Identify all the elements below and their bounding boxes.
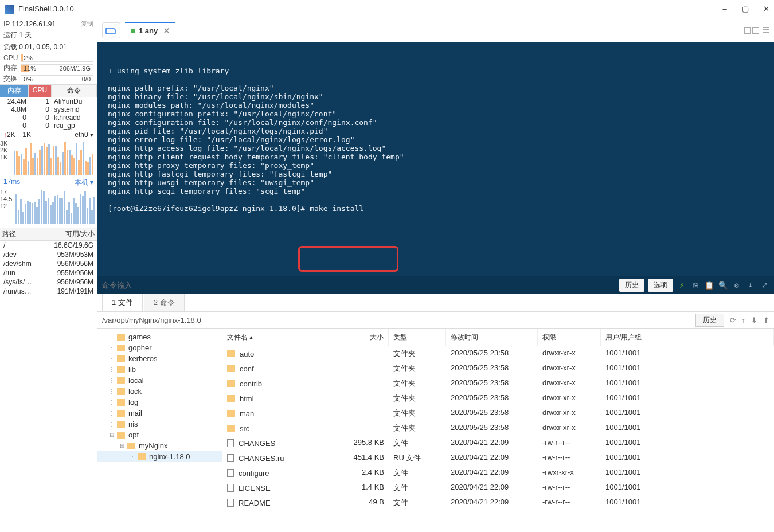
file-icon xyxy=(227,454,234,462)
process-row[interactable]: 00kthreadd xyxy=(0,114,97,122)
folder-icon xyxy=(117,355,125,362)
terminal[interactable]: + using system zlib library nginx path p… xyxy=(97,42,774,294)
file-row[interactable]: conf文件夹2020/05/25 23:58drwxr-xr-x1001/10… xyxy=(222,361,774,376)
disk-row[interactable]: /run/us…191M/191M xyxy=(0,287,97,296)
file-list-header[interactable]: 文件名 ▴ 大小 类型 修改时间 权限 用户/用户组 xyxy=(222,329,774,346)
sidebar: IP 112.126.61.91 复制 运行 1 天 负载 0.01, 0.05… xyxy=(0,18,97,532)
download-icon[interactable]: ⬇ xyxy=(745,281,756,290)
net-row: ↑2K ↓1K eth0 ▾ xyxy=(0,130,97,140)
folder-icon xyxy=(117,421,125,428)
terminal-output: + using system zlib library nginx path p… xyxy=(108,66,764,213)
disk-list: /16.6G/19.6G/dev953M/953M/dev/shm956M/95… xyxy=(0,241,97,296)
process-header: 内存 CPU 命令 xyxy=(0,84,97,97)
copy-ip-button[interactable]: 复制 xyxy=(81,19,93,28)
file-row[interactable]: auto文件夹2020/05/25 23:58drwxr-xr-x1001/10… xyxy=(222,346,774,361)
file-browser: ⋮games⋮gopher⋮kerberos⋮lib⋮local⋮lock⋮lo… xyxy=(97,329,774,532)
folder-icon xyxy=(227,380,235,387)
folder-icon xyxy=(117,432,125,439)
tree-item[interactable]: ⋮nis xyxy=(97,418,222,429)
paste-icon[interactable]: 📋 xyxy=(704,281,714,290)
home-icon[interactable] xyxy=(102,22,120,38)
disk-row[interactable]: /run955M/956M xyxy=(0,268,97,277)
folder-icon xyxy=(117,334,125,341)
disk-row[interactable]: /dev/shm956M/956M xyxy=(0,259,97,268)
close-button[interactable]: ✕ xyxy=(763,6,769,13)
load-row: 负载 0.01, 0.05, 0.01 xyxy=(0,41,97,53)
folder-icon xyxy=(227,365,235,372)
cpu-stat: CPU 2% xyxy=(0,53,97,62)
file-row[interactable]: contrib文件夹2020/05/25 23:58drwxr-xr-x1001… xyxy=(222,376,774,391)
file-row[interactable]: CHANGES.ru451.4 KBRU 文件2020/04/21 22:09-… xyxy=(222,451,774,466)
file-row[interactable]: man文件夹2020/05/25 23:58drwxr-xr-x1001/100… xyxy=(222,406,774,421)
disk-row[interactable]: /16.6G/19.6G xyxy=(0,241,97,250)
tree-item[interactable]: ⋮kerberos xyxy=(97,353,222,364)
file-icon xyxy=(227,499,234,507)
swap-stat: 交换 0%0/0 xyxy=(0,73,97,84)
tree-item[interactable]: ⊟myNginx xyxy=(97,440,222,451)
folder-icon xyxy=(117,377,125,384)
download-file-icon[interactable]: ⬇ xyxy=(751,316,757,324)
tree-item[interactable]: ⋮lock xyxy=(97,386,222,397)
window-controls: – ▢ ✕ xyxy=(721,6,769,13)
tab-commands[interactable]: 2 命令 xyxy=(144,294,185,311)
file-row[interactable]: configure2.4 KB文件2020/04/21 22:09-rwxr-x… xyxy=(222,466,774,480)
disk-header: 路径 可用/大小 xyxy=(0,228,97,241)
upload-icon[interactable]: ↑ xyxy=(742,316,746,324)
process-row[interactable]: 4.8M0systemd xyxy=(0,105,97,114)
bottom-tabs: 1 文件 2 命令 xyxy=(97,294,774,312)
file-row[interactable]: CHANGES295.8 KB文件2020/04/21 22:09-rw-r--… xyxy=(222,436,774,451)
gear-icon[interactable]: ⚙ xyxy=(732,281,742,290)
path-row: /var/opt/myNginx/nginx-1.18.0 历史 ⟳ ↑ ⬇ ⬆ xyxy=(97,312,774,329)
folder-icon xyxy=(117,410,125,417)
content: 1 any ✕ + using system zlib library ngin… xyxy=(97,18,774,532)
mem-stat: 内存 11%206M/1.9G xyxy=(0,62,97,73)
tree-item[interactable]: ⋮lib xyxy=(97,364,222,375)
disk-row[interactable]: /sys/fs/…956M/956M xyxy=(0,277,97,287)
folder-icon xyxy=(117,366,125,373)
tree-item[interactable]: ⋮mail xyxy=(97,408,222,418)
search-icon[interactable]: 🔍 xyxy=(718,281,728,290)
path-display[interactable]: /var/opt/myNginx/nginx-1.18.0 xyxy=(102,316,695,324)
ping-row: 17ms 本机 ▾ xyxy=(0,177,97,189)
tree-item[interactable]: ⋮games xyxy=(97,331,222,342)
bolt-icon[interactable]: ⚡ xyxy=(677,281,687,290)
tree-item[interactable]: ⋮nginx-1.18.0 xyxy=(97,451,222,462)
tree-item[interactable]: ⋮local xyxy=(97,375,222,386)
refresh-icon[interactable]: ⟳ xyxy=(730,316,736,324)
tab-session[interactable]: 1 any ✕ xyxy=(125,22,175,38)
titlebar: FinalShell 3.0.10 – ▢ ✕ xyxy=(0,0,774,18)
folder-icon xyxy=(227,395,235,402)
upload-file-icon[interactable]: ⬆ xyxy=(763,316,769,324)
folder-tree[interactable]: ⋮games⋮gopher⋮kerberos⋮lib⋮local⋮lock⋮lo… xyxy=(97,329,222,532)
expand-icon[interactable]: ⤢ xyxy=(759,281,769,290)
process-row[interactable]: 00rcu_gp xyxy=(0,122,97,130)
disk-row[interactable]: /dev953M/953M xyxy=(0,250,97,259)
tree-item[interactable]: ⊟opt xyxy=(97,429,222,440)
file-rows: auto文件夹2020/05/25 23:58drwxr-xr-x1001/10… xyxy=(222,346,774,510)
copy-icon[interactable]: ⎘ xyxy=(690,281,701,290)
file-row[interactable]: README49 B文件2020/04/21 22:09-rw-r--r--10… xyxy=(222,495,774,510)
history-button[interactable]: 历史 xyxy=(619,279,644,292)
tab-files[interactable]: 1 文件 xyxy=(102,294,143,311)
tree-item[interactable]: ⋮gopher xyxy=(97,342,222,353)
status-dot-icon xyxy=(131,29,135,33)
file-row[interactable]: html文件夹2020/05/25 23:58drwxr-xr-x1001/10… xyxy=(222,391,774,406)
process-row[interactable]: 24.4M1AliYunDu xyxy=(0,97,97,105)
view-switcher[interactable] xyxy=(744,27,769,34)
file-row[interactable]: LICENSE1.4 KB文件2020/04/21 22:09-rw-r--r-… xyxy=(222,480,774,495)
folder-icon xyxy=(227,350,235,357)
command-input[interactable] xyxy=(102,281,619,290)
path-history-button[interactable]: 历史 xyxy=(695,314,724,327)
close-tab-icon[interactable]: ✕ xyxy=(163,26,170,35)
options-button[interactable]: 选项 xyxy=(648,279,673,292)
file-list: 文件名 ▴ 大小 类型 修改时间 权限 用户/用户组 auto文件夹2020/0… xyxy=(222,329,774,532)
tree-item[interactable]: ⋮log xyxy=(97,397,222,408)
app-logo xyxy=(5,5,14,14)
maximize-button[interactable]: ▢ xyxy=(742,6,749,13)
app-title: FinalShell 3.0.10 xyxy=(18,5,721,13)
file-row[interactable]: src文件夹2020/05/25 23:58drwxr-xr-x1001/100… xyxy=(222,421,774,436)
file-icon xyxy=(227,484,234,492)
folder-icon xyxy=(117,399,125,406)
main: IP 112.126.61.91 复制 运行 1 天 负载 0.01, 0.05… xyxy=(0,18,774,532)
minimize-button[interactable]: – xyxy=(721,6,728,13)
